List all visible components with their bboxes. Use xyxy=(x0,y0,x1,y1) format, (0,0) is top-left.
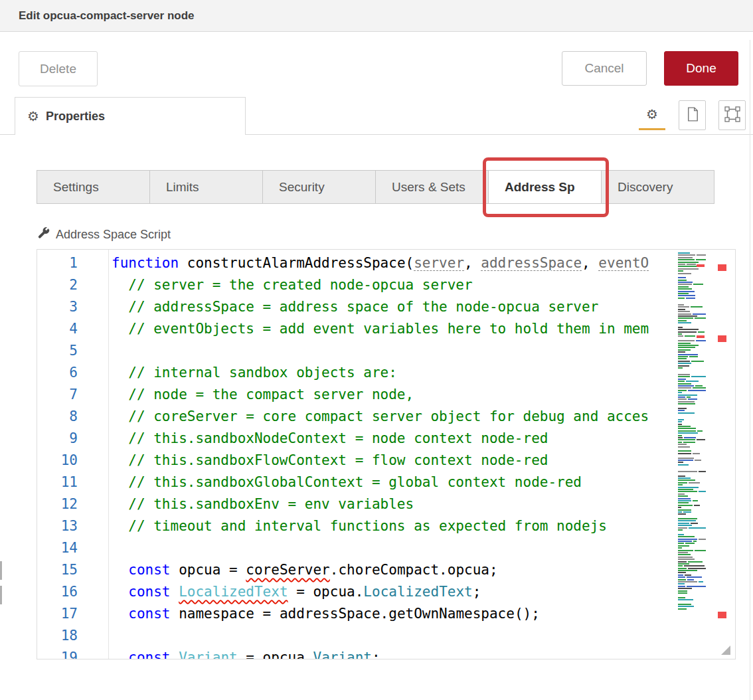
code-editor[interactable]: 12345678910111213141516171819 function c… xyxy=(37,249,736,659)
minimap-line xyxy=(677,333,706,335)
minimap-line xyxy=(677,509,706,511)
minimap-line xyxy=(677,367,706,369)
minimap-line xyxy=(677,442,706,443)
editor-resize-grip[interactable] xyxy=(721,646,730,655)
node-description-button[interactable] xyxy=(679,100,706,130)
code-line: // addressSpace = address space of the n… xyxy=(112,296,677,318)
line-number: 11 xyxy=(37,472,78,493)
minimap-line xyxy=(677,275,706,276)
minimap-line xyxy=(677,557,706,558)
minimap-line xyxy=(677,450,706,452)
left-scrollbar-mark[interactable] xyxy=(0,586,2,604)
minimap-line xyxy=(677,471,706,472)
line-number: 10 xyxy=(37,450,78,472)
done-button[interactable]: Done xyxy=(664,51,738,86)
tab-limits[interactable]: Limits xyxy=(149,170,263,204)
delete-button[interactable]: Delete xyxy=(19,51,98,86)
minimap-line xyxy=(677,550,706,551)
minimap-line xyxy=(677,414,706,416)
minimap-line xyxy=(677,268,706,270)
minimap-line xyxy=(677,480,706,481)
minimap-line xyxy=(677,365,706,367)
minimap-line xyxy=(677,347,706,348)
minimap-line xyxy=(677,444,706,445)
tab-address-sp[interactable]: Address Sp xyxy=(488,170,602,204)
minimap-line xyxy=(677,565,706,567)
minimap-line xyxy=(677,437,706,438)
minimap-line xyxy=(677,262,706,263)
minimap-line xyxy=(677,430,706,432)
minimap-line xyxy=(677,518,706,519)
minimap-line xyxy=(677,361,706,362)
minimap-line xyxy=(677,473,706,474)
minimap-line xyxy=(677,590,706,592)
minimap-line xyxy=(677,351,706,353)
minimap-line xyxy=(677,581,706,582)
tab-security[interactable]: Security xyxy=(262,170,376,204)
minimap-line xyxy=(677,304,706,306)
minimap-line xyxy=(677,576,706,578)
left-scrollbar-mark[interactable] xyxy=(0,561,2,580)
tab-properties[interactable]: ⚙ Properties xyxy=(15,97,246,135)
tab-discovery[interactable]: Discovery xyxy=(601,170,714,204)
minimap-line xyxy=(677,273,706,274)
section-title: Address Space Script xyxy=(56,228,171,242)
tab-settings[interactable]: Settings xyxy=(37,170,150,204)
minimap-line xyxy=(677,309,706,310)
minimap-line xyxy=(677,543,706,544)
minimap-line xyxy=(677,588,706,589)
minimap-line xyxy=(677,325,706,326)
line-number: 4 xyxy=(37,318,78,340)
window-edge xyxy=(750,40,750,700)
node-appearance-button[interactable] xyxy=(718,100,746,130)
minimap-line xyxy=(677,455,706,456)
minimap-line xyxy=(677,408,706,409)
minimap-line xyxy=(677,340,706,341)
minimap-line xyxy=(677,424,706,425)
code-line: // this.sandboxFlowContext = flow contex… xyxy=(112,450,677,472)
tab-users-sets[interactable]: Users & Sets xyxy=(375,170,489,204)
minimap-line xyxy=(677,381,706,382)
edit-node-dialog: Edit opcua-compact-server node Delete Ca… xyxy=(0,0,753,700)
minimap-error-tick xyxy=(697,264,705,267)
minimap-line xyxy=(677,547,706,549)
code-line: // node = the compact server node, xyxy=(112,384,677,406)
minimap-line xyxy=(677,435,706,436)
minimap-line xyxy=(677,482,706,483)
minimap-line xyxy=(677,280,706,281)
minimap-line xyxy=(677,531,706,533)
editor-overview-ruler xyxy=(706,250,735,659)
minimap-line xyxy=(677,417,706,418)
minimap-line xyxy=(677,306,706,307)
minimap-line xyxy=(677,252,706,254)
minimap-line xyxy=(677,608,706,610)
minimap-line xyxy=(677,286,706,288)
code-line: const LocalizedText = opcua.LocalizedTex… xyxy=(112,581,677,603)
selection-frame-icon xyxy=(724,106,740,124)
cancel-button[interactable]: Cancel xyxy=(562,51,647,86)
minimap-line xyxy=(677,298,706,299)
editor-minimap[interactable] xyxy=(677,250,706,659)
line-number: 7 xyxy=(37,384,78,406)
minimap-line xyxy=(677,505,706,506)
minimap-line xyxy=(677,541,706,542)
code-line: // timeout and interval functions as exp… xyxy=(112,515,677,537)
minimap-line xyxy=(677,412,706,414)
code-line: // coreServer = core compact server obje… xyxy=(112,406,677,428)
document-icon xyxy=(687,107,699,124)
minimap-line xyxy=(677,610,706,612)
line-number: 3 xyxy=(37,296,78,318)
minimap-line xyxy=(677,462,706,463)
minimap-line xyxy=(677,516,706,517)
edit-properties-button[interactable]: ⚙ xyxy=(639,100,665,130)
minimap-line xyxy=(677,331,706,333)
minimap-line xyxy=(677,568,706,569)
minimap-line xyxy=(677,376,706,377)
error-marker xyxy=(718,612,726,618)
editor-code-area[interactable]: function constructAlarmAddressSpace(serv… xyxy=(109,250,677,659)
minimap-line xyxy=(677,561,706,563)
minimap-line xyxy=(677,369,706,371)
minimap-line xyxy=(677,525,706,526)
minimap-line xyxy=(677,387,706,389)
code-line: // server = the created node-opcua serve… xyxy=(112,274,677,296)
